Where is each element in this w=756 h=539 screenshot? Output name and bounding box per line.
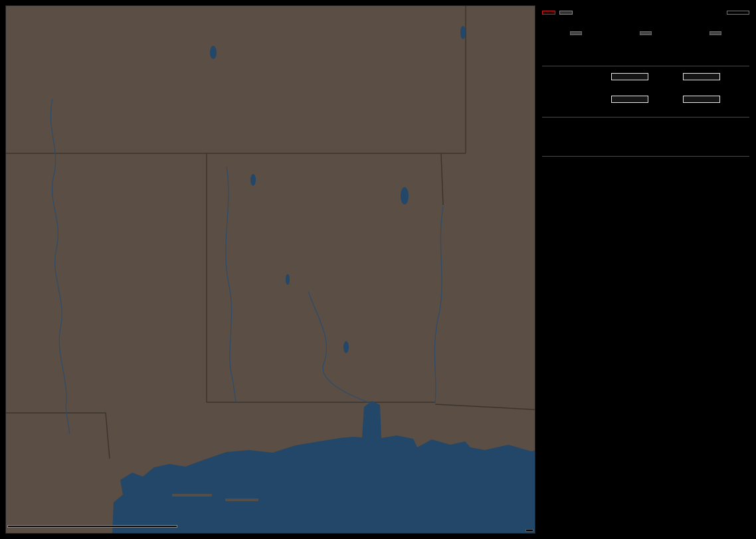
session-grid bbox=[542, 167, 749, 173]
strike-indicator bbox=[542, 11, 555, 15]
strikes-per-min-label bbox=[570, 31, 582, 35]
cg-negative-bar bbox=[683, 73, 720, 80]
rate-stats bbox=[541, 28, 751, 45]
close-per-min-label bbox=[640, 31, 652, 35]
strikes-per-min-column bbox=[541, 28, 611, 45]
ic-negative-bar bbox=[683, 96, 720, 103]
settings-grid bbox=[542, 135, 749, 147]
divider bbox=[542, 156, 749, 157]
lightning-map bbox=[5, 5, 535, 534]
noises-per-min-column bbox=[681, 28, 751, 45]
status-panel bbox=[541, 5, 751, 534]
noises-per-min-label bbox=[709, 31, 721, 35]
bearing-readout bbox=[727, 11, 749, 15]
copyright bbox=[525, 529, 533, 532]
distribution-title bbox=[542, 62, 749, 66]
current-datetime bbox=[542, 117, 749, 124]
panel-header bbox=[542, 11, 749, 15]
trend-chart bbox=[541, 184, 751, 355]
close-per-min-column bbox=[611, 28, 680, 45]
cg-positive-bar bbox=[611, 73, 648, 80]
cloud-ground-row bbox=[542, 73, 749, 80]
map-canvas bbox=[6, 6, 535, 533]
noise-indicator bbox=[559, 11, 573, 15]
ic-positive-bar bbox=[611, 96, 648, 103]
map-legend bbox=[7, 525, 177, 528]
intracloud-row bbox=[542, 96, 749, 103]
